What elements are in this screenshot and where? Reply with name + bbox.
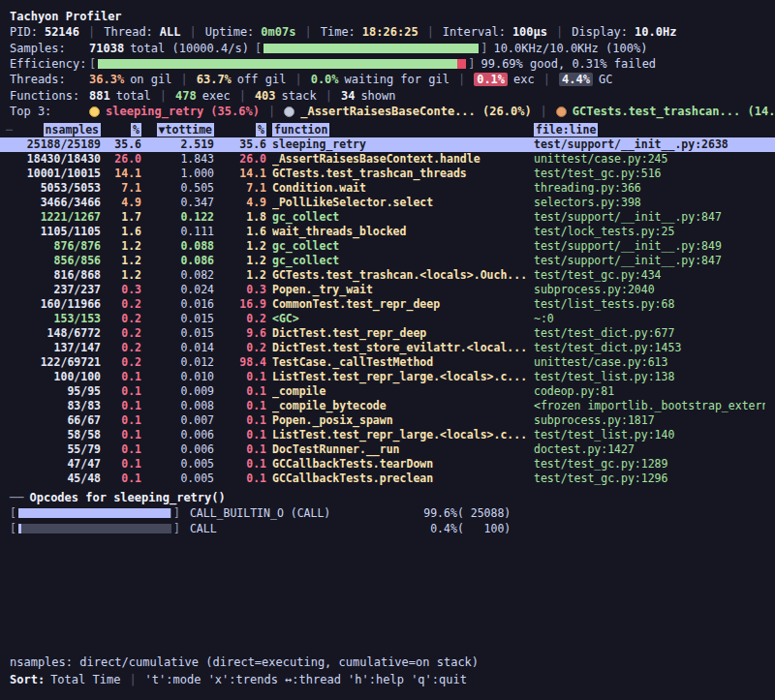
col-header-fileline[interactable]: file:line bbox=[534, 123, 598, 137]
cell-tottime: 0.024 bbox=[141, 283, 214, 297]
table-row[interactable]: 1105/1105 1.6 0.111 1.6 wait_threads_blo… bbox=[0, 225, 775, 239]
cell-function: _PollLikeSelector.select bbox=[272, 196, 528, 210]
off-gil-label: off gil bbox=[237, 73, 287, 86]
on-gil-pct: 36.3% bbox=[89, 73, 124, 86]
col-header-cumulative-pct[interactable]: % bbox=[256, 123, 266, 137]
bracket-close: ] bbox=[480, 42, 487, 55]
cell-fileline: unittest/case.py:245 bbox=[534, 152, 765, 167]
opcode-pct: 99.6% bbox=[413, 506, 457, 520]
table-body: 25188/25189 35.6 2.519 35.6 sleeping_ret… bbox=[0, 137, 775, 486]
table-row[interactable]: 5053/5053 7.1 0.505 7.1 Condition.wait t… bbox=[0, 181, 775, 196]
cell-function: wait_threads_blocked bbox=[272, 225, 528, 239]
table-row[interactable]: 45/48 0.1 0.005 0.1 GCCallbackTests.prec… bbox=[0, 472, 775, 486]
col-cumulative-pct: % bbox=[214, 123, 266, 137]
cell-fileline: test/test_gc.py:1296 bbox=[534, 472, 765, 486]
cell-fileline: unittest/case.py:613 bbox=[534, 355, 765, 370]
table-row[interactable]: 66/67 0.1 0.007 0.1 Popen._posix_spawn s… bbox=[0, 413, 775, 428]
efficiency-label: Efficiency: bbox=[10, 57, 89, 71]
cell-cumulative-pct: 1.2 bbox=[214, 254, 266, 268]
cell-direct-pct: 0.1 bbox=[101, 472, 141, 486]
cell-nsamples: 160/11966 bbox=[10, 297, 101, 312]
cell-direct-pct: 0.1 bbox=[101, 442, 141, 457]
table-row[interactable]: 3466/3466 4.9 0.347 4.9 _PollLikeSelecto… bbox=[0, 196, 775, 210]
cell-cumulative-pct: 1.2 bbox=[214, 268, 266, 283]
sort-value[interactable]: Total Time bbox=[50, 673, 120, 686]
table-row[interactable]: 148/6772 0.2 0.015 9.6 DictTest.test_rep… bbox=[0, 326, 775, 341]
cell-direct-pct: 14.1 bbox=[101, 167, 141, 181]
table-header-row: ─ nsamples % ▼tottime % function file:li… bbox=[0, 123, 775, 137]
table-row[interactable]: 1221/1267 1.7 0.122 1.8 gc_collect test/… bbox=[0, 210, 775, 225]
efficiency-summary: 99.69% good, 0.31% failed bbox=[480, 57, 656, 71]
table-row[interactable]: 816/868 1.2 0.082 1.2 GCTests.test_trash… bbox=[0, 268, 775, 283]
cell-direct-pct: 1.2 bbox=[101, 239, 141, 254]
col-header-function[interactable]: function bbox=[272, 123, 329, 137]
table-row[interactable]: 122/69721 0.2 0.012 98.4 TestCase._callT… bbox=[0, 355, 775, 370]
cell-direct-pct: 0.2 bbox=[101, 297, 141, 312]
cell-function: GCTests.test_trashcan.<locals>.Ouch... bbox=[272, 268, 528, 283]
thread-value[interactable]: ALL bbox=[160, 25, 181, 39]
cell-cumulative-pct: 1.6 bbox=[214, 225, 266, 239]
gc-label: GC bbox=[599, 73, 612, 86]
col-direct-pct: % bbox=[101, 123, 141, 137]
cell-tottime: 0.347 bbox=[141, 196, 214, 210]
table-row[interactable]: 25188/25189 35.6 2.519 35.6 sleeping_ret… bbox=[0, 137, 775, 152]
cell-function: _AssertRaisesBaseContext.handle bbox=[272, 152, 528, 167]
cell-function: sleeping_retry bbox=[272, 137, 528, 152]
opcode-count: ( 100) bbox=[457, 522, 511, 535]
col-header-direct-pct[interactable]: % bbox=[131, 123, 141, 137]
exc-label: exc bbox=[513, 73, 535, 86]
cell-direct-pct: 1.2 bbox=[101, 254, 141, 268]
table-row[interactable]: 95/95 0.1 0.009 0.1 _compile codeop.py:8… bbox=[0, 384, 775, 399]
on-gil-label: on gil bbox=[130, 73, 171, 86]
cell-function: DictTest.test_store_evilattr.<local... bbox=[272, 341, 528, 355]
cell-tottime: 0.005 bbox=[141, 472, 214, 486]
efficiency-bar bbox=[98, 59, 466, 69]
table-row[interactable]: 856/856 1.2 0.086 1.2 gc_collect test/su… bbox=[0, 254, 775, 268]
col-tottime: ▼tottime bbox=[141, 123, 214, 137]
table-row[interactable]: 58/58 0.1 0.006 0.1 ListTest.test_repr_l… bbox=[0, 428, 775, 442]
cell-function: CommonTest.test_repr_deep bbox=[272, 297, 528, 312]
table-row[interactable]: 47/47 0.1 0.005 0.1 GCCallbackTests.tear… bbox=[0, 457, 775, 472]
cell-tottime: 0.111 bbox=[141, 225, 214, 239]
cell-function: gc_collect bbox=[272, 254, 528, 268]
table-row[interactable]: 137/147 0.2 0.014 0.2 DictTest.test_stor… bbox=[0, 341, 775, 355]
cell-nsamples: 58/58 bbox=[10, 428, 101, 442]
functions-row: Functions: 881 total | 478 exec | 403 st… bbox=[10, 88, 765, 104]
time-label: Time: bbox=[321, 25, 356, 39]
cell-tottime: 1.000 bbox=[141, 167, 214, 181]
profile-table: ─ nsamples % ▼tottime % function file:li… bbox=[0, 123, 775, 486]
cell-fileline: subprocess.py:2040 bbox=[534, 283, 765, 297]
samples-label: Samples: bbox=[10, 42, 89, 55]
table-row[interactable]: 83/83 0.1 0.008 0.1 _compile_bytecode <f… bbox=[0, 399, 775, 413]
cell-function: TestCase._callTestMethod bbox=[272, 355, 528, 370]
separator: | bbox=[458, 73, 465, 86]
cell-cumulative-pct: 0.2 bbox=[214, 312, 266, 326]
cell-direct-pct: 0.1 bbox=[101, 384, 141, 399]
col-header-tottime-sorted[interactable]: ▼tottime bbox=[157, 123, 214, 137]
nsamples-help-text: nsamples: direct/cumulative (direct=exec… bbox=[10, 654, 765, 671]
cell-fileline: ~:0 bbox=[534, 312, 765, 326]
table-row[interactable]: 160/11966 0.2 0.016 16.9 CommonTest.test… bbox=[0, 297, 775, 312]
section-rule: ── bbox=[10, 491, 23, 504]
pid-value: 52146 bbox=[45, 25, 79, 39]
table-row[interactable]: 237/237 0.3 0.024 0.3 Popen._try_wait su… bbox=[0, 283, 775, 297]
table-row[interactable]: 10001/10015 14.1 1.000 14.1 GCTests.test… bbox=[0, 167, 775, 181]
cell-nsamples: 1221/1267 bbox=[10, 210, 101, 225]
table-row[interactable]: 18430/18430 26.0 1.843 26.0 _AssertRaise… bbox=[0, 152, 775, 167]
cell-fileline: test/test_list.py:140 bbox=[534, 428, 765, 442]
cell-direct-pct: 0.2 bbox=[101, 326, 141, 341]
table-row[interactable]: 100/100 0.1 0.010 0.1 ListTest.test_repr… bbox=[0, 370, 775, 384]
cell-cumulative-pct: 0.1 bbox=[214, 399, 266, 413]
table-row[interactable]: 55/79 0.1 0.006 0.1 DocTestRunner.__run … bbox=[0, 442, 775, 457]
separator: | bbox=[160, 89, 167, 103]
cell-fileline: test/test_gc.py:434 bbox=[534, 268, 765, 283]
bracket-close: ] bbox=[173, 506, 180, 520]
cell-direct-pct: 0.2 bbox=[101, 341, 141, 355]
table-row[interactable]: 876/876 1.2 0.088 1.2 gc_collect test/su… bbox=[0, 239, 775, 254]
cell-cumulative-pct: 0.1 bbox=[214, 428, 266, 442]
cell-direct-pct: 0.1 bbox=[101, 370, 141, 384]
bracket-open: [ bbox=[10, 506, 16, 520]
table-row[interactable]: 153/153 0.2 0.015 0.2 <GC> ~:0 bbox=[0, 312, 775, 326]
samples-count: 71038 bbox=[89, 42, 124, 55]
col-header-nsamples[interactable]: nsamples bbox=[44, 123, 101, 137]
